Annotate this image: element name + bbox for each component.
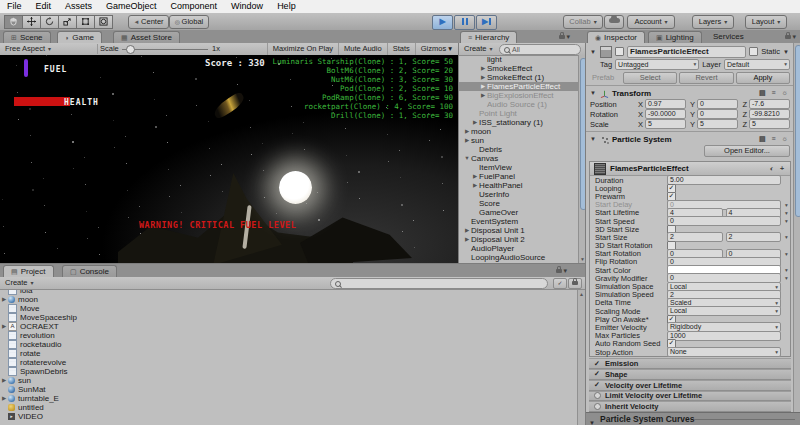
project-item-sun[interactable]: ▶sun — [0, 376, 240, 385]
prefab-select-button[interactable]: Select — [623, 72, 677, 84]
project-create-button[interactable]: Create▾ — [2, 278, 37, 288]
scale-slider-knob[interactable] — [126, 45, 135, 54]
property-dropdown[interactable]: None▾ — [667, 347, 781, 357]
project-item-untitled[interactable]: untitled — [0, 403, 240, 412]
foldout-icon[interactable]: ▶ — [479, 82, 487, 91]
hierarchy-item-healthpanel[interactable]: ▶HealthPanel — [459, 181, 579, 190]
pivot-center-button[interactable]: ◄ Center — [128, 15, 169, 29]
project-item-video[interactable]: ▸VIDEO — [0, 412, 240, 421]
curve-options-icon[interactable]: ▾ — [783, 267, 790, 273]
search-favorites-icon[interactable] — [568, 278, 582, 289]
scale-tool-button[interactable] — [58, 15, 77, 29]
foldout-icon[interactable]: ▶ — [471, 118, 479, 127]
menu-edit[interactable]: Edit — [29, 0, 59, 13]
step-button[interactable]: ▶ — [476, 15, 497, 30]
transform-position-x-field[interactable]: 0.97 — [645, 99, 686, 109]
tag-dropdown[interactable]: Untagged▾ — [615, 59, 699, 70]
menu-gameobject[interactable]: GameObject — [99, 0, 164, 13]
hierarchy-item-debris[interactable]: Debris — [459, 145, 579, 154]
foldout-icon[interactable]: ▶ — [471, 172, 479, 181]
project-item-movespaceship[interactable]: MoveSpaceship — [0, 313, 240, 322]
hierarchy-item-disposal-unit-1[interactable]: ▶Disposal Unit 1 — [459, 226, 579, 235]
curve-options-icon[interactable]: ▾ — [783, 275, 790, 281]
prefab-apply-button[interactable]: Apply — [736, 72, 790, 84]
foldout-icon[interactable]: ▶ — [0, 376, 8, 385]
pause-button[interactable] — [454, 15, 475, 30]
foldout-icon[interactable]: ▶ — [0, 322, 8, 331]
module-check-icon[interactable]: ✓ — [593, 381, 601, 389]
project-search-input[interactable] — [330, 278, 548, 289]
scroll-up-icon[interactable]: ▲ — [579, 291, 584, 297]
rect-tool-button[interactable] — [76, 15, 95, 29]
collab-button[interactable]: Collab▾ — [563, 15, 603, 29]
hierarchy-create-button[interactable]: Create▾ — [461, 44, 496, 54]
project-item-sunmat[interactable]: SunMat — [0, 385, 240, 394]
foldout-icon[interactable]: ▶ — [471, 181, 479, 190]
hierarchy-item-flamesparticleeffect[interactable]: ▶FlamesParticleEffect — [459, 82, 579, 91]
rotate-tool-button[interactable] — [40, 15, 59, 29]
scrollbar-thumb[interactable] — [795, 45, 800, 217]
foldout-icon[interactable]: ▶ — [479, 73, 487, 82]
project-item-move[interactable]: Move — [0, 304, 240, 313]
hierarchy-panel-controls[interactable]: ▾ — [559, 33, 570, 41]
ps-module-velocity-over-lifetime[interactable]: ✓Velocity over Lifetime — [589, 380, 791, 391]
hierarchy-item-sun[interactable]: ▶sun — [459, 136, 579, 145]
account-button[interactable]: Account▾ — [627, 15, 675, 29]
search-filter-icon[interactable]: ✓ — [553, 278, 567, 289]
foldout-icon[interactable]: ▶ — [463, 226, 471, 235]
project-item-rotate[interactable]: rotate — [0, 349, 240, 358]
transform-rotation-x-field[interactable]: -90.0000 — [645, 109, 686, 119]
foldout-icon[interactable]: ▶ — [479, 91, 487, 100]
inspector-scrollbar[interactable] — [793, 43, 800, 412]
curve-options-icon[interactable]: ▾ — [783, 234, 790, 240]
game-toolbar-button-gizmos[interactable]: Gizmos ▾ — [415, 43, 457, 55]
section-options-icons[interactable]: ▤ ≡ ☼ — [759, 89, 790, 97]
active-checkbox[interactable] — [615, 47, 624, 56]
project-item-revolution[interactable]: revolution — [0, 331, 240, 340]
chevron-down-icon[interactable]: ▼ — [590, 136, 597, 142]
pivot-global-button[interactable]: ◎ Global — [169, 15, 209, 29]
hierarchy-item-bigexplosioneffect[interactable]: ▶BigExplosionEffect — [459, 91, 579, 100]
menu-file[interactable]: File — [0, 0, 29, 13]
foldout-icon[interactable]: ▶ — [463, 136, 471, 145]
foldout-icon[interactable]: ▶ — [463, 235, 471, 244]
move-tool-button[interactable] — [22, 15, 41, 29]
project-item-ocraext[interactable]: ▶AOCRAEXT — [0, 322, 240, 331]
hierarchy-item-itemview[interactable]: ItemView — [459, 163, 579, 172]
transform-scale-x-field[interactable]: 5 — [645, 119, 686, 129]
hierarchy-item-audio-source-1[interactable]: Audio Source (1) — [459, 100, 579, 109]
transform-rotation-y-field[interactable]: 0 — [697, 109, 738, 119]
hierarchy-item-light[interactable]: light — [459, 55, 579, 64]
foldout-icon[interactable]: ▶ — [463, 127, 471, 136]
open-editor-button[interactable]: Open Editor... — [704, 145, 790, 157]
foldout-icon[interactable]: ▶ — [0, 295, 8, 304]
curve-options-icon[interactable]: ▾ — [783, 210, 790, 216]
game-toolbar-button-maximize-on-play[interactable]: Maximize On Play — [267, 43, 338, 55]
hierarchy-item-audioplayer[interactable]: AudioPlayer — [459, 244, 579, 253]
layout-button[interactable]: Layout▾ — [745, 15, 787, 29]
game-toolbar-button-mute-audio[interactable]: Mute Audio — [338, 43, 387, 55]
static-dropdown-icon[interactable]: ▼ — [783, 49, 790, 55]
gameobject-name-field[interactable]: FlamesParticleEffect — [627, 46, 746, 58]
project-item-turntable-e[interactable]: ▶turntable_E — [0, 394, 240, 403]
inspector-panel-controls[interactable]: ▾ — [785, 33, 796, 41]
hierarchy-item-loopingaudiosource[interactable]: LoopingAudioSource — [459, 253, 579, 262]
section-options-icons[interactable]: ▤ ≡ ☼ — [759, 135, 790, 143]
play-button[interactable]: ▶ — [432, 15, 453, 30]
aspect-dropdown[interactable]: Free Aspect▾ — [2, 44, 98, 54]
curve-options-icon[interactable]: ▾ — [783, 251, 790, 257]
tab-services[interactable]: Services — [706, 31, 751, 43]
curve-options-icon[interactable]: ▾ — [783, 202, 790, 208]
ps-module-emission[interactable]: ✓Emission — [589, 358, 791, 369]
project-item-spawndebris[interactable]: SpawnDebris — [0, 367, 240, 376]
project-panel-controls[interactable]: ▾ — [556, 267, 567, 275]
game-toolbar-button-stats[interactable]: Stats — [387, 43, 415, 55]
cloud-button[interactable] — [604, 15, 624, 29]
foldout-icon[interactable]: ▶ — [479, 64, 487, 73]
hierarchy-item-fuelpanel[interactable]: ▶FuelPanel — [459, 172, 579, 181]
transform-position-z-field[interactable]: -7.6 — [749, 99, 790, 109]
hierarchy-item-eventsystem[interactable]: EventSystem — [459, 217, 579, 226]
chevron-down-icon[interactable]: ▼ — [590, 49, 597, 55]
project-item-rocketaudio[interactable]: rocketaudio — [0, 340, 240, 349]
transform-rotation-z-field[interactable]: -99.8210 — [749, 109, 790, 119]
